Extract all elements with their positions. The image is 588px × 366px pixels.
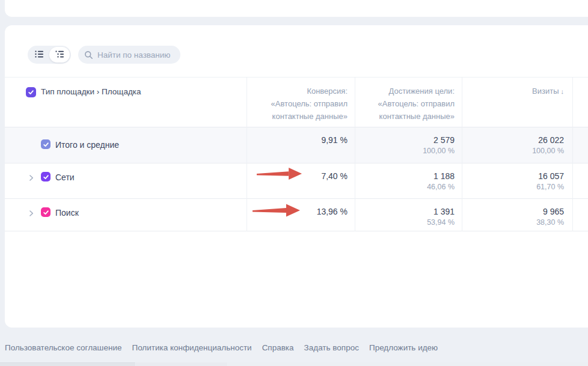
column-separator: [355, 77, 355, 231]
search-placeholder: Найти по названию: [97, 50, 171, 59]
expand-chevron-icon[interactable]: [28, 173, 35, 180]
view-toggle: [28, 46, 71, 64]
check-icon: [43, 209, 49, 216]
top-panel: [5, 0, 588, 17]
row-label-networks[interactable]: Сети: [55, 172, 75, 182]
footer-link-privacy-policy[interactable]: Политика конфиденциальности: [132, 343, 251, 352]
view-toggle-flat-list-button[interactable]: [29, 47, 49, 63]
table-row-search: Поиск 13,96 % 1 391 53,94 % 9 965 38,30 …: [5, 199, 588, 231]
row-label-search[interactable]: Поиск: [55, 208, 79, 218]
view-toggle-tree-list-button[interactable]: [49, 47, 70, 63]
networks-visits-value: 16 057: [462, 171, 564, 181]
search-conversion-value: 13,96 %: [247, 207, 348, 216]
totals-visits-share: 100,00 %: [462, 147, 564, 155]
totals-goal-reaches-share: 100,00 %: [355, 147, 455, 155]
dimension-header-label: Тип площадки › Площадка: [41, 87, 141, 96]
totals-conversion-value: 9,91 %: [247, 135, 348, 145]
networks-visits-share: 61,70 %: [462, 183, 564, 191]
check-icon: [43, 174, 49, 180]
bottom-edge-element: [136, 362, 227, 366]
row-label-totals: Итого и средние: [55, 140, 119, 150]
column-separator: [247, 77, 247, 231]
search-goal-reaches-share: 53,94 %: [355, 218, 455, 227]
visits-header-label: Визиты: [532, 87, 559, 96]
search-visits-value: 9 965: [462, 207, 564, 216]
footer-link-ask-question[interactable]: Задать вопрос: [304, 343, 359, 352]
search-visits-share: 38,30 %: [462, 218, 564, 227]
footer-link-help[interactable]: Справка: [262, 343, 294, 352]
column-header-visits[interactable]: Визиты↓: [462, 78, 572, 127]
expand-chevron-icon[interactable]: [28, 209, 35, 216]
search-input[interactable]: Найти по названию: [78, 46, 180, 64]
totals-goal-reaches-value: 2 579: [355, 135, 455, 145]
check-icon: [28, 89, 34, 96]
bottom-edge-element: [228, 362, 588, 366]
row-checkbox-search[interactable]: [41, 207, 51, 217]
table-header-row: Тип площадки › Площадка Конверсия: «Авто…: [5, 77, 588, 127]
check-icon: [43, 141, 49, 148]
flat-list-icon: [34, 49, 44, 61]
row-checkbox-networks[interactable]: [41, 172, 51, 181]
select-all-checkbox[interactable]: [26, 87, 36, 97]
table-row-totals: Итого и средние 9,91 % 2 579 100,00 % 26…: [5, 127, 588, 163]
totals-visits-value: 26 022: [462, 135, 564, 145]
column-header-conversion[interactable]: Конверсия: «Автоцель: отправил контактны…: [247, 78, 355, 127]
search-goal-reaches-value: 1 391: [355, 207, 455, 216]
bottom-edge-element: [0, 362, 135, 366]
tree-list-icon: [55, 49, 64, 61]
sort-desc-icon: ↓: [561, 88, 565, 95]
report-card: Найти по названию Тип площадки › Площадк…: [5, 25, 588, 328]
footer-links: Пользовательское соглашение Политика кон…: [5, 343, 438, 352]
column-separator: [462, 77, 462, 231]
search-icon: [84, 50, 93, 59]
row-checkbox-totals[interactable]: [41, 139, 51, 149]
column-header-goal-reaches[interactable]: Достижения цели: «Автоцель: отправил кон…: [355, 78, 462, 127]
networks-goal-reaches-value: 1 188: [355, 171, 455, 181]
networks-goal-reaches-share: 46,06 %: [355, 183, 455, 191]
footer-link-suggest-idea[interactable]: Предложить идею: [369, 343, 438, 352]
column-separator: [572, 77, 573, 231]
table-row-networks: Сети 7,40 % 1 188 46,06 % 16 057 61,70 %: [5, 163, 588, 199]
footer-link-user-agreement[interactable]: Пользовательское соглашение: [5, 343, 121, 352]
networks-conversion-value: 7,40 %: [247, 171, 348, 181]
